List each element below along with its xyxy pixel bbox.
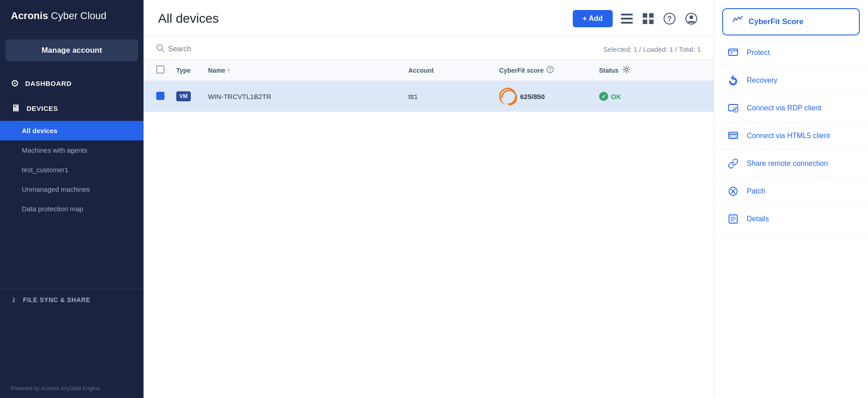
svg-rect-21 bbox=[730, 52, 733, 54]
cyberfit-card-icon bbox=[732, 15, 743, 28]
sidebar-item-label-dashboard: DASHBOARD bbox=[25, 80, 72, 87]
right-panel: CyberFit Score Protect Recovery bbox=[714, 0, 868, 398]
menu-item-share-remote[interactable]: Share remote connection bbox=[714, 150, 868, 178]
protect-icon bbox=[727, 46, 739, 59]
menu-item-protect[interactable]: Protect bbox=[714, 39, 868, 67]
row-checkbox[interactable] bbox=[156, 92, 176, 101]
row-name: WIN-TRCVTL1B2TR bbox=[208, 93, 408, 100]
grid-view-button[interactable] bbox=[641, 11, 655, 26]
col-name[interactable]: Name ↑ bbox=[208, 67, 408, 74]
grid-view-icon bbox=[643, 13, 654, 24]
sidebar-item-machines-with-agents[interactable]: Machines with agents bbox=[0, 140, 144, 160]
table-area: Selected: 1 / Loaded: 1 / Total: 1 Type … bbox=[144, 37, 714, 398]
menu-label-patch: Patch bbox=[747, 187, 765, 195]
menu-label-details: Details bbox=[747, 215, 769, 223]
row-cyberfit: 625/850 bbox=[499, 88, 599, 105]
recovery-icon bbox=[727, 74, 739, 87]
main-content: All devices + Add bbox=[144, 0, 714, 398]
sidebar-item-all-devices[interactable]: All devices bbox=[0, 121, 144, 140]
svg-rect-0 bbox=[621, 14, 633, 15]
header-actions: + Add ? bbox=[573, 10, 699, 27]
select-all-checkbox[interactable] bbox=[156, 65, 164, 74]
devices-sub-nav: All devices Machines with agents test_cu… bbox=[0, 121, 144, 219]
row-type: VM bbox=[176, 91, 208, 101]
svg-rect-26 bbox=[730, 135, 736, 137]
cyberfit-score-label: CyberFit Score bbox=[749, 17, 804, 26]
col-type: Type bbox=[176, 67, 208, 74]
search-box bbox=[156, 44, 268, 54]
cyberfit-value: 625/850 bbox=[520, 93, 545, 100]
sidebar-item-test-customer1[interactable]: test_customer1 bbox=[0, 160, 144, 179]
connect-html5-icon bbox=[727, 129, 739, 142]
connect-rdp-icon bbox=[727, 102, 739, 114]
col-status: Status bbox=[599, 65, 681, 75]
list-view-button[interactable] bbox=[619, 12, 635, 25]
sidebar-item-devices[interactable]: 🖥 DEVICES bbox=[0, 96, 144, 121]
menu-item-recovery[interactable]: Recovery bbox=[714, 67, 868, 95]
add-button[interactable]: + Add bbox=[573, 10, 613, 27]
menu-item-connect-rdp[interactable]: Connect via RDP client bbox=[714, 95, 868, 122]
menu-item-patch[interactable]: Patch bbox=[714, 178, 868, 205]
page-title: All devices bbox=[158, 11, 219, 26]
menu-item-details[interactable]: Details bbox=[714, 205, 868, 233]
status-label: OK bbox=[611, 93, 621, 100]
sidebar-item-file-sync[interactable]: ⤸ FILE SYNC & SHARE bbox=[0, 289, 144, 311]
row-status: ✓ OK bbox=[599, 92, 681, 101]
cyberfit-progress-svg bbox=[501, 89, 518, 106]
menu-label-connect-html5: Connect via HTML5 client bbox=[747, 132, 830, 140]
svg-point-15 bbox=[625, 68, 628, 71]
details-icon bbox=[727, 213, 739, 225]
file-sync-icon: ⤸ bbox=[11, 296, 17, 303]
app-logo: Acronis Cyber Cloud bbox=[0, 0, 144, 32]
devices-icon: 🖥 bbox=[11, 103, 20, 114]
sidebar-item-label-devices: DEVICES bbox=[27, 104, 58, 112]
svg-rect-19 bbox=[729, 49, 738, 55]
patch-icon bbox=[727, 185, 739, 198]
svg-line-12 bbox=[162, 50, 164, 52]
header-checkbox[interactable] bbox=[156, 65, 176, 75]
row-account: ttt1 bbox=[408, 93, 499, 100]
selection-info: Selected: 1 / Loaded: 1 / Total: 1 bbox=[603, 45, 701, 53]
sidebar-footer: Powered by Acronis AnyData Engine bbox=[0, 379, 144, 398]
status-ok-icon: ✓ bbox=[599, 92, 608, 101]
vm-badge: VM bbox=[176, 91, 191, 101]
svg-rect-1 bbox=[621, 18, 633, 20]
row-checkbox-input[interactable] bbox=[156, 92, 164, 100]
main-header: All devices + Add bbox=[144, 0, 714, 37]
sidebar-item-unmanaged-machines[interactable]: Unmanaged machines bbox=[0, 179, 144, 199]
nav-section: ⊙ DASHBOARD 🖥 DEVICES All devices Machin… bbox=[0, 69, 144, 220]
svg-rect-3 bbox=[643, 13, 647, 18]
user-icon bbox=[685, 13, 697, 25]
svg-rect-6 bbox=[649, 20, 654, 24]
sidebar-item-dashboard[interactable]: ⊙ DASHBOARD bbox=[0, 70, 144, 96]
table-toolbar: Selected: 1 / Loaded: 1 / Total: 1 bbox=[144, 37, 714, 60]
dashboard-icon: ⊙ bbox=[11, 78, 19, 89]
svg-point-10 bbox=[689, 15, 693, 19]
menu-label-connect-rdp: Connect via RDP client bbox=[747, 104, 821, 112]
svg-rect-4 bbox=[649, 13, 654, 18]
cyberfit-circle bbox=[499, 88, 516, 105]
cyberfit-help-icon[interactable]: ? bbox=[546, 66, 554, 75]
table-row[interactable]: VM WIN-TRCVTL1B2TR ttt1 625/850 ✓ bbox=[144, 81, 714, 112]
col-cyberfit: CyberFit score ? bbox=[499, 66, 599, 75]
sidebar: Acronis Cyber Cloud Manage account ⊙ DAS… bbox=[0, 0, 144, 398]
search-icon bbox=[156, 44, 164, 54]
svg-text:?: ? bbox=[667, 15, 672, 23]
table-header: Type Name ↑ Account CyberFit score ? Sta… bbox=[144, 60, 714, 81]
search-input[interactable] bbox=[168, 45, 268, 53]
sidebar-item-data-protection-map[interactable]: Data protection map bbox=[0, 199, 144, 219]
share-remote-icon bbox=[727, 157, 739, 170]
svg-rect-5 bbox=[643, 20, 647, 24]
help-button[interactable]: ? bbox=[662, 11, 677, 26]
list-view-icon bbox=[621, 14, 633, 24]
svg-text:?: ? bbox=[549, 67, 551, 72]
user-button[interactable] bbox=[684, 11, 699, 26]
sidebar-item-label-file-sync: FILE SYNC & SHARE bbox=[23, 296, 91, 303]
cyberfit-score-card[interactable]: CyberFit Score bbox=[722, 8, 860, 35]
manage-account-button[interactable]: Manage account bbox=[5, 40, 138, 61]
logo-product: Cyber Cloud bbox=[51, 10, 106, 21]
col-account: Account bbox=[408, 67, 499, 74]
menu-label-protect: Protect bbox=[747, 49, 770, 57]
menu-item-connect-html5[interactable]: Connect via HTML5 client bbox=[714, 122, 868, 150]
settings-icon[interactable] bbox=[622, 65, 630, 75]
